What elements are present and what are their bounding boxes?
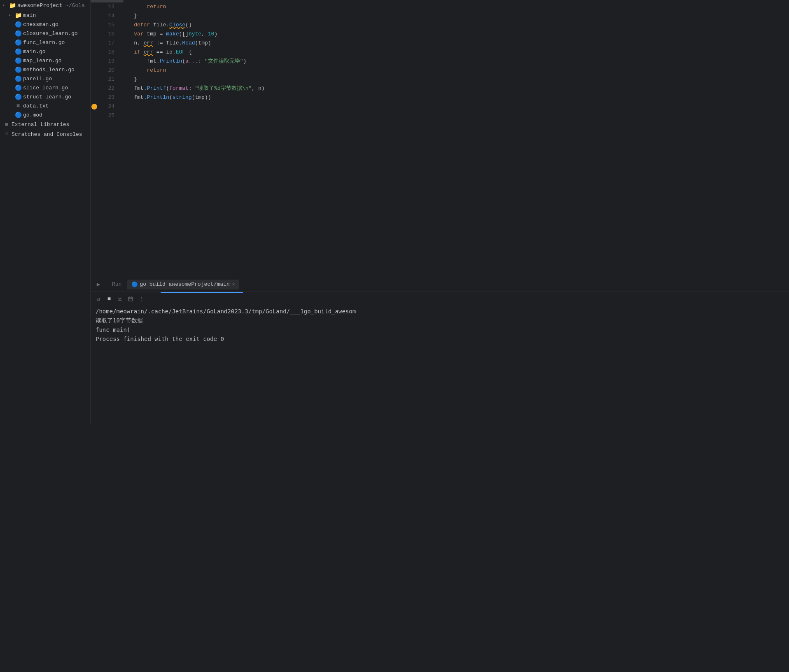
- code-container[interactable]: 13 14 15 16 17 18 19 20 21 22 23 24 25: [91, 2, 789, 277]
- output-line-3: func main(: [96, 325, 784, 334]
- gutter-14: [91, 12, 99, 21]
- sidebar-item-slice[interactable]: 🔵 slice_learn.go: [0, 83, 90, 92]
- line-num-16: 16: [102, 30, 114, 39]
- line-num-22: 22: [102, 84, 114, 93]
- sidebar-item-map[interactable]: 🔵 map_learn.go: [0, 56, 90, 65]
- file-name: closures_learn.go: [23, 30, 78, 37]
- scratches-label: Scratches and Consoles: [12, 131, 82, 138]
- file-name: parell.go: [23, 76, 52, 82]
- go-file-icon: 🔵: [15, 39, 21, 46]
- bottom-panel: ▶ Run 🔵 go build awesomeProject/main ✕: [91, 277, 789, 425]
- clear-button[interactable]: [126, 294, 135, 303]
- output-line-1: /home/meowrain/.cache/JetBrains/GoLand20…: [96, 307, 784, 316]
- go-file-icon: 🔵: [15, 57, 21, 64]
- line-num-24: 24: [102, 102, 114, 111]
- sidebar-item-parell[interactable]: 🔵 parell.go: [0, 74, 90, 83]
- sidebar-scratches[interactable]: ≡ Scratches and Consoles: [0, 129, 90, 139]
- external-libraries-label: External Libraries: [12, 121, 69, 128]
- sidebar-item-datatxt[interactable]: ≡ data.txt: [0, 101, 90, 110]
- build-tab-label: go build awesomeProject/main: [140, 281, 229, 287]
- sidebar-external-libraries[interactable]: ⊞ External Libraries: [0, 119, 90, 129]
- file-name: slice_learn.go: [23, 85, 68, 91]
- code-line-empty: [121, 111, 789, 194]
- gutter-17: [91, 39, 99, 48]
- editor-area: 13 14 15 16 17 18 19 20 21 22 23 24 25: [91, 0, 789, 277]
- gutter-21: [91, 75, 99, 84]
- go-run-icon: 🔵: [131, 281, 138, 288]
- code-line-21: }: [121, 75, 789, 84]
- code-editor[interactable]: return } defer file.Close() var tmp = ma…: [119, 2, 789, 277]
- gutter-20: [91, 66, 99, 75]
- project-chevron: ▾: [2, 3, 7, 8]
- code-line-17: n, err := file.Read(tmp): [121, 39, 789, 48]
- run-tab-label: Run: [112, 281, 121, 287]
- run-icon[interactable]: ▶: [94, 280, 103, 289]
- code-line-22: fmt.Printf(format: "读取了%d字节数据\n", n): [121, 84, 789, 93]
- line-num-17: 17: [102, 39, 114, 48]
- output-line-2: 读取了10字节数据: [96, 316, 784, 325]
- line-num-23: 23: [102, 93, 114, 102]
- more-options-button[interactable]: ⋮: [137, 294, 146, 303]
- main-folder-icon: 📁: [15, 12, 21, 19]
- code-line-20: return: [121, 66, 789, 75]
- sidebar-item-gomod[interactable]: 🔵 go.mod: [0, 110, 90, 119]
- tab-close-btn[interactable]: ✕: [232, 282, 235, 287]
- line-num-25: 25: [102, 111, 114, 120]
- gutter-23: [91, 93, 99, 102]
- svg-rect-1: [128, 297, 133, 301]
- sidebar-item-closures[interactable]: 🔵 closures_learn.go: [0, 29, 90, 38]
- code-line-13: return: [121, 2, 789, 12]
- line-num-18: 18: [102, 48, 114, 57]
- tab-build[interactable]: 🔵 go build awesomeProject/main ✕: [127, 280, 239, 289]
- tab-run[interactable]: Run: [108, 280, 126, 289]
- gutter-18: [91, 48, 99, 57]
- code-line-18: if err == io.EOF {: [121, 48, 789, 57]
- go-file-icon: 🔵: [15, 21, 21, 28]
- go-file-icon: 🔵: [15, 84, 21, 91]
- rerun-button[interactable]: ↺: [94, 294, 103, 303]
- line-num-14: 14: [102, 12, 114, 21]
- txt-file-icon: ≡: [15, 103, 21, 109]
- go-file-icon: 🔵: [15, 30, 21, 37]
- gutter-19: [91, 57, 99, 66]
- go-file-icon: 🔵: [15, 66, 21, 73]
- gutter-24: [91, 102, 99, 111]
- tab-active-indicator: [161, 292, 243, 293]
- panel-toolbar: ↺ ■ ⋮: [91, 293, 789, 305]
- gomod-file-icon: 🔵: [15, 112, 21, 118]
- file-name: map_learn.go: [23, 58, 62, 64]
- line-num-21: 21: [102, 75, 114, 84]
- sidebar-item-methods[interactable]: 🔵 methods_learn.go: [0, 65, 90, 74]
- gutter-16: [91, 30, 99, 39]
- file-name: chessman.go: [23, 21, 58, 28]
- line-num-19: 19: [102, 57, 114, 66]
- code-line-24: [121, 102, 789, 111]
- sidebar-item-chessman[interactable]: 🔵 chessman.go: [0, 20, 90, 29]
- project-header[interactable]: ▾ 📁 awesomeProject ~/Gola: [0, 0, 90, 11]
- sidebar-item-struct[interactable]: 🔵 struct_learn.go: [0, 92, 90, 101]
- go-file-icon: 🔵: [15, 93, 21, 100]
- file-name: struct_learn.go: [23, 94, 71, 100]
- panel-output: /home/meowrain/.cache/JetBrains/GoLand20…: [91, 305, 789, 425]
- go-file-icon: 🔵: [15, 75, 21, 82]
- stop-button[interactable]: ■: [105, 294, 114, 303]
- sidebar-item-main[interactable]: 🔵 main.go: [0, 47, 90, 56]
- sidebar-item-func[interactable]: 🔵 func_learn.go: [0, 38, 90, 47]
- code-line-19: fmt.Println(a...: "文件读取完毕"): [121, 57, 789, 66]
- scratches-icon: ≡: [3, 131, 10, 138]
- output-line-5: Process finished with the exit code 0: [96, 334, 784, 343]
- file-name: go.mod: [23, 112, 42, 118]
- code-line-15: defer file.Close(): [121, 21, 789, 30]
- code-line-14: }: [121, 12, 789, 21]
- scroll-end-button[interactable]: [115, 294, 124, 303]
- project-name: awesomeProject ~/Gola: [17, 2, 85, 9]
- gutter-15: [91, 21, 99, 30]
- gutter-22: [91, 84, 99, 93]
- file-name: func_learn.go: [23, 40, 65, 46]
- file-name: data.txt: [23, 103, 49, 109]
- file-name: main.go: [23, 49, 46, 55]
- sidebar-main-folder[interactable]: ▾ 📁 main: [0, 11, 90, 20]
- line-numbers: 13 14 15 16 17 18 19 20 21 22 23 24 25: [99, 2, 119, 277]
- gutter-13: [91, 2, 99, 12]
- external-libs-icon: ⊞: [3, 121, 10, 128]
